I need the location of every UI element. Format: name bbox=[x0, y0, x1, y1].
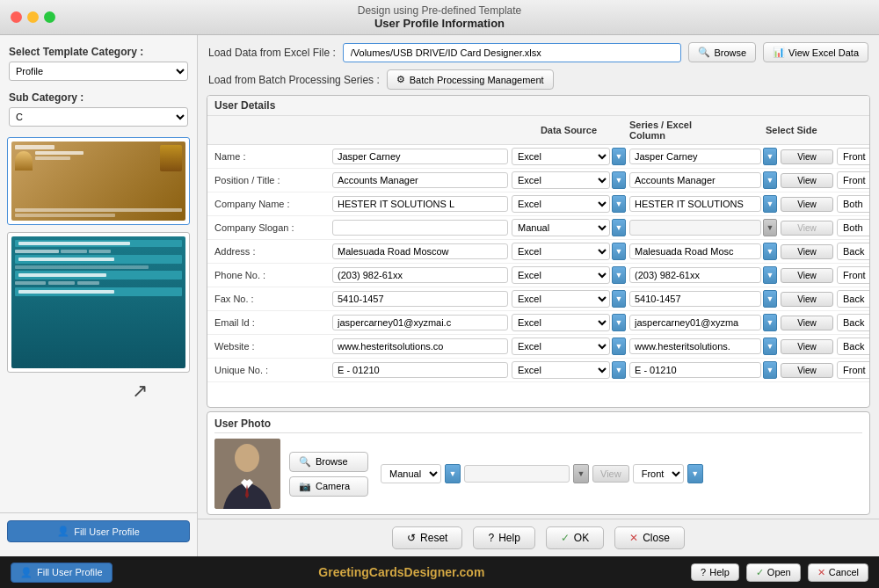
browse-excel-button[interactable]: 🔍 Browse bbox=[688, 42, 756, 62]
row-datasource-select-6[interactable]: Excel Manual bbox=[512, 290, 610, 308]
maximize-window-button[interactable] bbox=[44, 11, 55, 23]
row-ds-dropdown-5[interactable]: ▼ bbox=[612, 266, 626, 284]
row-ds-dropdown-2[interactable]: ▼ bbox=[612, 195, 626, 213]
row-value-input-8[interactable] bbox=[332, 338, 508, 354]
row-datasource-select-7[interactable]: Excel Manual bbox=[512, 314, 610, 331]
row-col-dropdown-1[interactable]: ▼ bbox=[763, 171, 777, 189]
row-value-input-5[interactable] bbox=[332, 267, 508, 283]
view-excel-button[interactable]: 📊 View Excel Data bbox=[763, 42, 868, 62]
row-column-input-7[interactable] bbox=[629, 315, 761, 330]
row-side-select-0[interactable]: Front Back Both bbox=[837, 148, 869, 165]
close-button[interactable]: ✕ Close bbox=[614, 526, 685, 549]
row-column-input-3[interactable] bbox=[629, 220, 761, 236]
row-ds-dropdown-1[interactable]: ▼ bbox=[612, 171, 626, 189]
row-column-input-4[interactable] bbox=[629, 243, 761, 259]
row-col-dropdown-5[interactable]: ▼ bbox=[763, 266, 777, 284]
template-card-1[interactable] bbox=[7, 137, 190, 225]
row-side-select-1[interactable]: Front Back Both bbox=[837, 171, 869, 189]
row-value-input-0[interactable] bbox=[332, 149, 508, 164]
batch-processing-button[interactable]: ⚙ Batch Processing Management bbox=[387, 69, 554, 90]
fill-user-profile-sidebar-button[interactable]: 👤 Fill User Profile bbox=[7, 520, 190, 542]
row-col-dropdown-7[interactable]: ▼ bbox=[763, 314, 777, 331]
row-side-select-4[interactable]: Front Back Both bbox=[837, 243, 869, 260]
row-ds-dropdown-6[interactable]: ▼ bbox=[612, 290, 626, 308]
row-side-select-9[interactable]: Front Back Both bbox=[837, 361, 869, 379]
sub-category-select[interactable]: C bbox=[9, 107, 188, 127]
row-view-button-6[interactable]: View bbox=[781, 292, 833, 307]
footer-open-button[interactable]: ✓ Open bbox=[746, 563, 801, 582]
fill-user-profile-footer-button[interactable]: 👤 Fill User Profile bbox=[11, 563, 113, 583]
row-column-input-0[interactable] bbox=[629, 149, 761, 164]
row-side-select-6[interactable]: Front Back Both bbox=[837, 290, 869, 308]
row-view-button-8[interactable]: View bbox=[781, 339, 833, 354]
row-datasource-select-3[interactable]: Excel Manual bbox=[512, 219, 610, 236]
row-col-dropdown-3[interactable]: ▼ bbox=[763, 219, 777, 236]
photo-view-button[interactable]: View bbox=[592, 465, 629, 483]
row-value-input-4[interactable] bbox=[332, 243, 508, 259]
row-ds-dropdown-7[interactable]: ▼ bbox=[612, 314, 626, 331]
row-view-button-5[interactable]: View bbox=[781, 268, 833, 283]
row-datasource-select-4[interactable]: Excel Manual bbox=[512, 243, 610, 260]
footer-cancel-button[interactable]: ✕ Cancel bbox=[808, 563, 868, 582]
photo-col-dropdown-button[interactable]: ▼ bbox=[573, 464, 589, 483]
row-column-input-9[interactable] bbox=[629, 362, 761, 378]
row-value-input-1[interactable] bbox=[332, 172, 508, 188]
photo-side-select[interactable]: Front Back Both bbox=[633, 464, 684, 483]
help-button[interactable]: ? Help bbox=[473, 526, 534, 549]
excel-file-input[interactable] bbox=[343, 43, 682, 62]
row-datasource-select-9[interactable]: Excel Manual bbox=[512, 361, 610, 379]
row-side-select-3[interactable]: Front Back Both bbox=[837, 219, 869, 236]
row-value-input-2[interactable] bbox=[332, 196, 508, 212]
row-ds-dropdown-4[interactable]: ▼ bbox=[612, 243, 626, 260]
row-col-dropdown-2[interactable]: ▼ bbox=[763, 195, 777, 213]
row-value-input-6[interactable] bbox=[332, 291, 508, 307]
photo-ds-dropdown-button[interactable]: ▼ bbox=[445, 464, 461, 483]
row-datasource-select-1[interactable]: Excel Manual bbox=[512, 171, 610, 189]
row-value-input-3[interactable] bbox=[332, 220, 508, 236]
row-column-input-1[interactable] bbox=[629, 172, 761, 188]
row-value-input-7[interactable] bbox=[332, 315, 508, 330]
window-controls[interactable] bbox=[11, 11, 55, 23]
row-view-button-3[interactable]: View bbox=[781, 221, 833, 236]
row-column-input-5[interactable] bbox=[629, 267, 761, 283]
row-col-dropdown-6[interactable]: ▼ bbox=[763, 290, 777, 308]
row-ds-dropdown-0[interactable]: ▼ bbox=[612, 148, 626, 165]
row-side-select-5[interactable]: Front Back Both bbox=[837, 266, 869, 284]
row-col-dropdown-8[interactable]: ▼ bbox=[763, 338, 777, 355]
photo-camera-button[interactable]: 📷 Camera bbox=[289, 476, 368, 497]
row-col-dropdown-4[interactable]: ▼ bbox=[763, 243, 777, 260]
row-col-dropdown-9[interactable]: ▼ bbox=[763, 361, 777, 379]
row-view-button-9[interactable]: View bbox=[781, 363, 833, 378]
ok-button[interactable]: ✓ OK bbox=[546, 526, 604, 549]
photo-browse-button[interactable]: 🔍 Browse bbox=[289, 452, 368, 472]
row-column-input-8[interactable] bbox=[629, 338, 761, 354]
row-datasource-select-5[interactable]: Excel Manual bbox=[512, 266, 610, 284]
row-side-select-7[interactable]: Front Back Both bbox=[837, 314, 869, 331]
row-view-button-1[interactable]: View bbox=[781, 173, 833, 188]
row-ds-dropdown-8[interactable]: ▼ bbox=[612, 338, 626, 355]
photo-column-input[interactable] bbox=[464, 465, 570, 483]
row-column-input-2[interactable] bbox=[629, 196, 761, 212]
row-view-button-2[interactable]: View bbox=[781, 197, 833, 212]
row-datasource-select-0[interactable]: Excel Manual bbox=[512, 148, 610, 165]
row-value-input-9[interactable] bbox=[332, 362, 508, 378]
row-ds-dropdown-9[interactable]: ▼ bbox=[612, 361, 626, 379]
row-col-dropdown-0[interactable]: ▼ bbox=[763, 148, 777, 165]
photo-side-dropdown-button[interactable]: ▼ bbox=[687, 464, 703, 483]
footer-help-button[interactable]: ? Help bbox=[691, 563, 739, 581]
row-side-select-2[interactable]: Front Back Both bbox=[837, 195, 869, 213]
row-datasource-select-8[interactable]: Excel Manual bbox=[512, 338, 610, 355]
row-datasource-select-2[interactable]: Excel Manual bbox=[512, 195, 610, 213]
reset-button[interactable]: ↺ Reset bbox=[392, 526, 462, 549]
photo-data-source-select[interactable]: Manual Excel bbox=[381, 464, 441, 483]
row-ds-dropdown-3[interactable]: ▼ bbox=[612, 219, 626, 236]
template-category-select[interactable]: Profile bbox=[9, 62, 188, 81]
row-view-button-0[interactable]: View bbox=[781, 149, 833, 164]
row-view-button-4[interactable]: View bbox=[781, 244, 833, 259]
close-window-button[interactable] bbox=[11, 11, 22, 23]
minimize-window-button[interactable] bbox=[27, 11, 39, 23]
row-column-input-6[interactable] bbox=[629, 291, 761, 307]
row-view-button-7[interactable]: View bbox=[781, 316, 833, 330]
row-side-select-8[interactable]: Front Back Both bbox=[837, 338, 869, 355]
template-card-2[interactable] bbox=[7, 232, 190, 373]
